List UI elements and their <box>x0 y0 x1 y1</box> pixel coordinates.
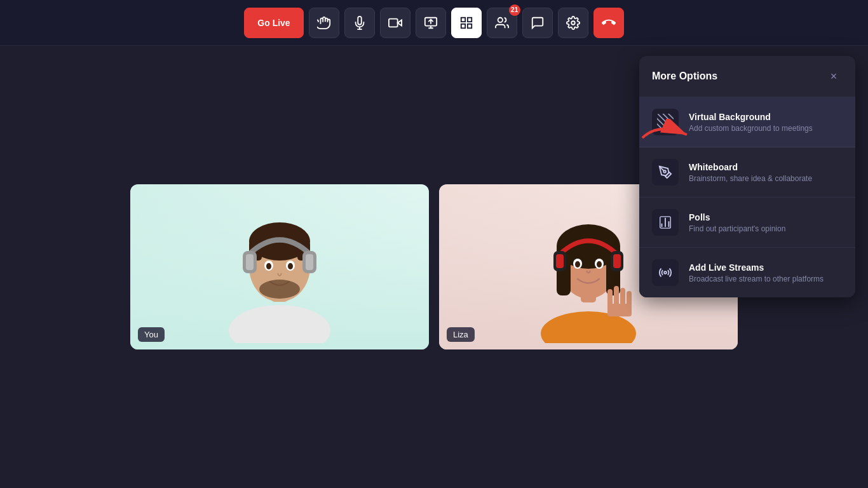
svg-rect-5 <box>461 24 465 27</box>
box-icon <box>459 16 473 30</box>
svg-rect-22 <box>246 254 254 270</box>
chat-icon <box>531 16 545 30</box>
panel-item-whiteboard[interactable]: Whiteboard Brainstorm, share idea & coll… <box>639 147 855 198</box>
svg-point-19 <box>259 280 300 299</box>
svg-point-51 <box>664 271 667 274</box>
svg-rect-3 <box>461 17 465 21</box>
whiteboard-icon <box>658 165 672 179</box>
settings-button[interactable] <box>558 8 588 38</box>
virtual-background-desc: Add custom background to meetings <box>689 124 843 133</box>
raise-hand-button[interactable] <box>309 8 339 38</box>
polls-icon-container <box>652 209 679 236</box>
polls-icon <box>658 215 672 229</box>
participants-icon <box>495 16 509 30</box>
svg-rect-42 <box>607 304 632 316</box>
svg-point-7 <box>498 17 502 22</box>
svg-point-8 <box>571 21 575 25</box>
svg-rect-1 <box>389 18 398 27</box>
whiteboard-icon-container <box>652 159 679 186</box>
panel-close-button[interactable]: × <box>825 67 843 85</box>
svg-rect-4 <box>468 17 471 21</box>
whiteboard-desc: Brainstorm, share idea & collaborate <box>689 174 843 183</box>
panel-item-live-streams[interactable]: Add Live Streams Broadcast live stream t… <box>639 248 855 297</box>
panel-item-polls[interactable]: Polls Find out participant's opinion <box>639 198 855 248</box>
microphone-icon <box>353 16 367 30</box>
svg-point-32 <box>575 261 580 268</box>
video-label-liza: Liza <box>447 327 475 342</box>
participants-badge: 21 <box>509 4 520 16</box>
chat-button[interactable] <box>522 8 553 38</box>
polls-desc: Find out participant's opinion <box>689 224 843 233</box>
live-streams-desc: Broadcast live stream to other platforms <box>689 274 843 283</box>
panel-title: More Options <box>652 71 717 82</box>
participants-button[interactable]: 21 <box>487 8 517 38</box>
whiteboard-text: Whiteboard Brainstorm, share idea & coll… <box>689 162 843 183</box>
svg-marker-0 <box>397 20 401 25</box>
more-options-button[interactable] <box>451 8 482 38</box>
microphone-button[interactable] <box>344 8 375 38</box>
svg-point-17 <box>266 263 271 269</box>
share-screen-button[interactable] <box>416 8 446 38</box>
svg-rect-36 <box>556 254 564 268</box>
end-call-icon <box>602 16 616 30</box>
live-streams-text: Add Live Streams Broadcast live stream t… <box>689 262 843 283</box>
polls-title: Polls <box>689 212 843 222</box>
video-person-you <box>130 184 429 349</box>
svg-point-46 <box>663 170 666 173</box>
polls-text: Polls Find out participant's opinion <box>689 212 843 233</box>
live-streams-title: Add Live Streams <box>689 262 843 273</box>
virtual-background-title: Virtual Background <box>689 112 843 122</box>
svg-point-33 <box>597 261 602 268</box>
camera-icon <box>388 16 402 30</box>
camera-button[interactable] <box>380 8 410 38</box>
virtual-background-text: Virtual Background Add custom background… <box>689 112 843 133</box>
svg-point-9 <box>229 305 330 343</box>
video-tile-you: You <box>130 184 429 349</box>
share-screen-icon <box>424 16 438 30</box>
panel-header: More Options × <box>639 56 855 97</box>
svg-rect-23 <box>306 254 313 270</box>
svg-rect-6 <box>468 24 471 27</box>
hand-icon <box>317 16 331 30</box>
video-label-you: You <box>138 327 165 342</box>
toolbar: Go Live <box>0 0 868 46</box>
go-live-button[interactable]: Go Live <box>244 8 303 38</box>
live-streams-icon-container <box>652 259 679 286</box>
svg-rect-37 <box>613 254 621 268</box>
svg-point-18 <box>288 263 293 269</box>
whiteboard-title: Whiteboard <box>689 162 843 172</box>
more-options-panel: More Options × Virtual Background Add cu… <box>639 56 855 297</box>
settings-icon <box>566 16 580 30</box>
end-call-button[interactable] <box>593 8 624 38</box>
live-streams-icon <box>658 266 672 280</box>
